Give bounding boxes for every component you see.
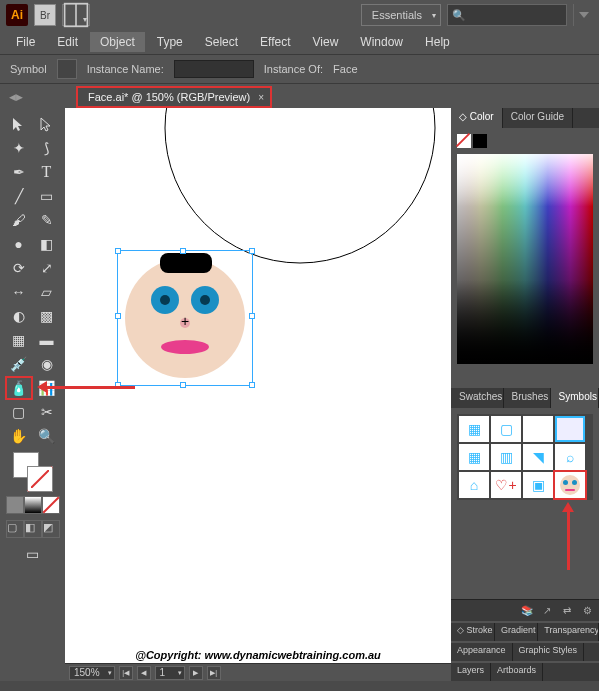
scale-tool[interactable]: ⤢ [33, 256, 61, 280]
symbols-panel: ▦ ▢ ▦ ▥ ◥ ⌕ ⌂ ♡+ ▣ [451, 408, 599, 599]
symbol-options-icon[interactable]: ⚙ [579, 603, 595, 619]
tab-swatches[interactable]: Swatches [451, 388, 504, 408]
document-tab[interactable]: Face.ai* @ 150% (RGB/Preview) × [76, 86, 272, 108]
hand-tool[interactable]: ✋ [5, 424, 33, 448]
draw-inside-button[interactable]: ◩ [42, 520, 60, 538]
rotate-tool[interactable]: ⟳ [5, 256, 33, 280]
shape-builder-tool[interactable]: ◐ [5, 304, 33, 328]
color-panel-tabs: ◇ Color Color Guide [451, 108, 599, 128]
menu-view[interactable]: View [303, 32, 349, 52]
tab-appearance[interactable]: Appearance [451, 643, 513, 661]
fill-stroke-mini[interactable] [457, 134, 593, 148]
selection-tool[interactable] [5, 112, 33, 136]
gradient-mode-button[interactable] [24, 496, 42, 514]
pencil-tool[interactable]: ✎ [33, 208, 61, 232]
instance-name-input[interactable] [174, 60, 254, 78]
width-tool[interactable]: ↔ [5, 280, 33, 304]
symbol-blank2[interactable] [555, 416, 585, 442]
menu-select[interactable]: Select [195, 32, 248, 52]
symbol-heart-plus[interactable]: ♡+ [491, 472, 521, 498]
tab-scroll-icon[interactable]: ◀▶ [6, 86, 26, 108]
tab-transparency[interactable]: Transparency [538, 623, 599, 641]
control-bar: Symbol Instance Name: Instance Of: Face [0, 54, 599, 84]
slice-tool[interactable]: ✂ [33, 400, 61, 424]
first-artboard-button[interactable]: |◀ [119, 666, 133, 680]
symbol-floppy[interactable]: ▣ [523, 472, 553, 498]
mesh-tool[interactable]: ▦ [5, 328, 33, 352]
draw-normal-button[interactable]: ▢ [6, 520, 24, 538]
symbol-search[interactable]: ⌕ [555, 444, 585, 470]
tab-stroke[interactable]: ◇ Stroke [451, 623, 495, 641]
next-artboard-button[interactable]: ▶ [189, 666, 203, 680]
line-tool[interactable]: ╱ [5, 184, 33, 208]
symbol-square[interactable]: ▢ [491, 416, 521, 442]
symbol-blank1[interactable] [523, 416, 553, 442]
color-mode-row [6, 496, 60, 514]
screen-mode-button[interactable]: ▭ [19, 542, 47, 566]
symbol-grid[interactable]: ▦ [459, 416, 489, 442]
close-tab-icon[interactable]: × [258, 92, 264, 103]
symbol-thumbnail-icon[interactable] [57, 59, 77, 79]
tab-layers[interactable]: Layers [451, 663, 491, 681]
place-symbol-icon[interactable]: ↗ [539, 603, 555, 619]
rectangle-tool[interactable]: ▭ [33, 184, 61, 208]
free-transform-tool[interactable]: ▱ [33, 280, 61, 304]
symbol-library-icon[interactable]: 📚 [519, 603, 535, 619]
blob-brush-tool[interactable]: ● [5, 232, 33, 256]
magic-wand-tool[interactable]: ✦ [5, 136, 33, 160]
none-mode-button[interactable] [42, 496, 60, 514]
last-artboard-button[interactable]: ▶| [207, 666, 221, 680]
prev-artboard-button[interactable]: ◀ [137, 666, 151, 680]
bridge-button[interactable]: Br [34, 4, 56, 26]
tab-artboards[interactable]: Artboards [491, 663, 543, 681]
selection-bounding-box[interactable] [117, 250, 253, 386]
symbol-film[interactable]: ▥ [491, 444, 521, 470]
tab-color-guide[interactable]: Color Guide [503, 108, 573, 128]
color-panel [451, 128, 599, 388]
symbol-face[interactable] [555, 472, 585, 498]
menu-type[interactable]: Type [147, 32, 193, 52]
instance-of-label: Instance Of: [264, 63, 323, 75]
menu-object[interactable]: Object [90, 32, 145, 52]
color-mode-button[interactable] [6, 496, 24, 514]
zoom-select[interactable]: 150% [69, 666, 115, 680]
cloud-dropdown[interactable] [573, 4, 593, 26]
menu-file[interactable]: File [6, 32, 45, 52]
paintbrush-tool[interactable]: 🖌 [5, 208, 33, 232]
gradient-tool[interactable]: ▬ [33, 328, 61, 352]
menu-help[interactable]: Help [415, 32, 460, 52]
pen-tool[interactable]: ✒ [5, 160, 33, 184]
direct-selection-tool[interactable] [33, 112, 61, 136]
symbol-sprayer-tool[interactable]: 🧴 [5, 376, 33, 400]
type-tool[interactable]: T [33, 160, 61, 184]
instance-name-label: Instance Name: [87, 63, 164, 75]
eyedropper-tool[interactable]: 💉 [5, 352, 33, 376]
artboard-tool[interactable]: ▢ [5, 400, 33, 424]
menu-effect[interactable]: Effect [250, 32, 300, 52]
tab-color[interactable]: ◇ Color [451, 108, 503, 128]
menu-window[interactable]: Window [350, 32, 413, 52]
draw-behind-button[interactable]: ◧ [24, 520, 42, 538]
stroke-swatch[interactable] [27, 466, 53, 492]
tab-brushes[interactable]: Brushes [504, 388, 551, 408]
tab-gradient[interactable]: Gradient [495, 623, 538, 641]
perspective-tool[interactable]: ▩ [33, 304, 61, 328]
eraser-tool[interactable]: ◧ [33, 232, 61, 256]
symbols-panel-footer: 📚 ↗ ⇄ ⚙ [451, 599, 599, 621]
zoom-tool[interactable]: 🔍 [33, 424, 61, 448]
color-spectrum[interactable] [457, 154, 593, 364]
tab-symbols[interactable]: Symbols [551, 388, 599, 408]
symbol-rss[interactable]: ◥ [523, 444, 553, 470]
symbol-home[interactable]: ⌂ [459, 472, 489, 498]
break-link-icon[interactable]: ⇄ [559, 603, 575, 619]
menu-edit[interactable]: Edit [47, 32, 88, 52]
fill-stroke-indicator[interactable] [13, 452, 53, 492]
artboard-number[interactable]: 1 [155, 666, 185, 680]
tab-graphic-styles[interactable]: Graphic Styles [513, 643, 585, 661]
arrange-documents-button[interactable] [62, 4, 90, 26]
blend-tool[interactable]: ◉ [33, 352, 61, 376]
search-input[interactable]: 🔍 [447, 4, 567, 26]
symbol-calendar[interactable]: ▦ [459, 444, 489, 470]
workspace-switcher[interactable]: Essentials [361, 4, 441, 26]
lasso-tool[interactable]: ⟆ [33, 136, 61, 160]
